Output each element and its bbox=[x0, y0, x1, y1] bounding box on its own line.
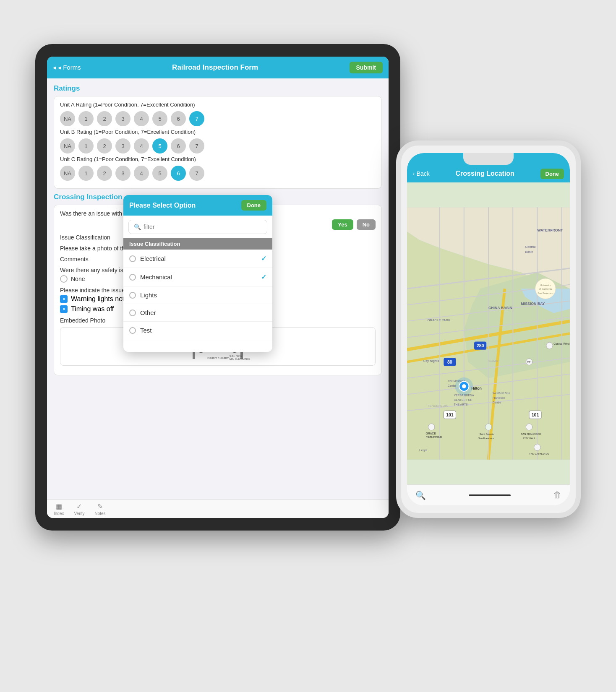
submit-button[interactable]: Submit bbox=[350, 62, 383, 73]
svg-point-60 bbox=[526, 424, 532, 430]
unit-b-rating-na[interactable]: NA bbox=[60, 138, 75, 153]
unit-c-rating-2[interactable]: 2 bbox=[97, 166, 112, 181]
unit-c-rating-na[interactable]: NA bbox=[60, 166, 75, 181]
unit-b-rating-3[interactable]: 3 bbox=[115, 138, 131, 153]
svg-point-68 bbox=[462, 384, 466, 388]
rating-2[interactable]: 2 bbox=[97, 111, 112, 126]
tab-verify-label: Verify bbox=[74, 511, 84, 516]
unit-a-label: Unit A Rating (1=Poor Condition, 7=Excel… bbox=[60, 101, 376, 108]
svg-text:SOMA: SOMA bbox=[488, 359, 499, 363]
tab-verify[interactable]: ✓ Verify bbox=[74, 502, 84, 516]
checkbox-1-icon: ✕ bbox=[60, 305, 68, 313]
svg-text:CHINA BASIN: CHINA BASIN bbox=[488, 306, 512, 310]
dropdown-item-other[interactable]: Other bbox=[123, 304, 272, 322]
page-title: Railroad Inspection Form bbox=[172, 63, 258, 72]
phone-bottom-bar: 🔍 🗑 bbox=[407, 484, 570, 505]
back-chevron-icon: ◂ bbox=[53, 64, 56, 71]
svg-text:SAN FRANCISCO: SAN FRANCISCO bbox=[521, 433, 541, 436]
phone-map[interactable]: 280 80 101 101 WATERFRONT Central Basin … bbox=[407, 182, 570, 484]
tab-index[interactable]: ▦ Index bbox=[54, 502, 64, 516]
none-radio-circle bbox=[60, 275, 68, 283]
index-icon: ▦ bbox=[56, 502, 62, 510]
dropdown-group-label: Issue Classification bbox=[123, 238, 272, 250]
unit-b-label: Unit B Rating (1=Poor Condition, 7=Excel… bbox=[60, 129, 376, 135]
svg-text:MIN CLEARANCE: MIN CLEARANCE bbox=[230, 358, 250, 360]
dropdown-bottom-space bbox=[123, 339, 272, 352]
svg-text:TENDERLOIN: TENDERLOIN bbox=[428, 404, 449, 408]
unit-c-label: Unit C Rating (1=Poor Condition, 7=Excel… bbox=[60, 156, 376, 162]
svg-point-52 bbox=[546, 342, 553, 349]
phone: ‹ Back Crossing Location Done bbox=[396, 140, 581, 518]
unit-c-rating-3[interactable]: 3 bbox=[115, 166, 131, 181]
dropdown-filter-input[interactable] bbox=[144, 224, 262, 230]
dropdown-item-lights[interactable]: Lights bbox=[123, 286, 272, 304]
svg-text:101: 101 bbox=[532, 412, 539, 417]
unit-a-rating-row: NA 1 2 3 4 5 6 7 bbox=[60, 111, 376, 126]
tab-index-label: Index bbox=[54, 511, 64, 516]
svg-text:CENTER FOR: CENTER FOR bbox=[454, 398, 472, 401]
tab-notes[interactable]: ✎ Notes bbox=[94, 502, 105, 516]
phone-done-button[interactable]: Done bbox=[540, 169, 564, 179]
unit-c-rating-1[interactable]: 1 bbox=[78, 166, 94, 181]
radio-lights bbox=[129, 292, 136, 299]
unit-c-rating-4[interactable]: 4 bbox=[134, 166, 149, 181]
verify-icon: ✓ bbox=[76, 502, 82, 510]
mechanical-check-icon: ✓ bbox=[261, 273, 266, 281]
svg-text:5.2m (17ft): 5.2m (17ft) bbox=[230, 355, 242, 357]
dropdown-filter-row: 🔍 bbox=[128, 220, 267, 234]
tablet-bottom-bar: ▦ Index ✓ Verify ✎ Notes bbox=[47, 499, 389, 518]
rating-6[interactable]: 6 bbox=[171, 111, 186, 126]
search-icon: 🔍 bbox=[134, 224, 141, 230]
no-button[interactable]: No bbox=[357, 219, 376, 230]
dropdown-item-test[interactable]: Test bbox=[123, 322, 272, 339]
unit-b-rating-6[interactable]: 6 bbox=[171, 138, 186, 153]
rating-7[interactable]: 7 bbox=[189, 111, 204, 126]
rating-3[interactable]: 3 bbox=[115, 111, 131, 126]
svg-text:Legal: Legal bbox=[419, 448, 427, 452]
delete-location-icon[interactable]: 🗑 bbox=[553, 490, 561, 500]
ratings-section-title: Ratings bbox=[54, 84, 382, 93]
unit-b-rating-1[interactable]: 1 bbox=[78, 138, 94, 153]
unit-c-rating-5[interactable]: 5 bbox=[152, 166, 167, 181]
dropdown-done-button[interactable]: Done bbox=[241, 200, 267, 211]
yes-button[interactable]: Yes bbox=[332, 219, 353, 230]
svg-point-54 bbox=[428, 424, 435, 430]
phone-back-chevron-icon: ‹ bbox=[413, 170, 415, 177]
phone-home-indicator bbox=[469, 494, 511, 496]
issue-1-label: Timing was off bbox=[71, 305, 114, 313]
tab-notes-label: Notes bbox=[94, 511, 105, 516]
dropdown-header: Please Select Option Done bbox=[123, 195, 272, 216]
rating-1[interactable]: 1 bbox=[78, 111, 94, 126]
rating-4[interactable]: 4 bbox=[134, 111, 149, 126]
unit-c-rating-6[interactable]: 6 bbox=[171, 166, 186, 181]
phone-notch bbox=[463, 153, 514, 165]
unit-b-rating-5[interactable]: 5 bbox=[152, 138, 167, 153]
unit-c-rating-7[interactable]: 7 bbox=[189, 166, 204, 181]
dropdown-item-mechanical[interactable]: Mechanical ✓ bbox=[123, 268, 272, 286]
svg-text:University: University bbox=[540, 284, 551, 286]
forms-back-button[interactable]: ◂ ◂ Forms bbox=[53, 64, 81, 71]
dropdown-title: Please Select Option bbox=[129, 202, 196, 209]
rating-5[interactable]: 5 bbox=[152, 111, 167, 126]
unit-b-rating-2[interactable]: 2 bbox=[97, 138, 112, 153]
svg-text:Westfield San: Westfield San bbox=[493, 392, 510, 395]
dropdown-modal: Please Select Option Done 🔍 Issue Classi… bbox=[123, 195, 272, 352]
dropdown-electrical-label: Electrical bbox=[140, 255, 166, 262]
radio-electrical bbox=[129, 255, 136, 262]
svg-text:REI: REI bbox=[527, 361, 531, 364]
svg-text:San Francisco: San Francisco bbox=[538, 292, 553, 294]
phone-screen: ‹ Back Crossing Location Done bbox=[407, 153, 570, 505]
tablet-header: ◂ ◂ Forms Railroad Inspection Form Submi… bbox=[47, 57, 389, 78]
phone-back-button[interactable]: ‹ Back bbox=[413, 170, 430, 177]
rating-na[interactable]: NA bbox=[60, 111, 75, 126]
unit-b-rating-4[interactable]: 4 bbox=[134, 138, 149, 153]
radio-mechanical bbox=[129, 274, 136, 281]
svg-text:City Nights: City Nights bbox=[423, 359, 439, 363]
svg-point-57 bbox=[485, 424, 492, 430]
radio-other bbox=[129, 310, 136, 316]
radio-test bbox=[129, 327, 136, 334]
map-search-icon[interactable]: 🔍 bbox=[415, 490, 426, 500]
unit-b-rating-7[interactable]: 7 bbox=[189, 138, 204, 153]
dropdown-lights-label: Lights bbox=[140, 291, 157, 299]
dropdown-item-electrical[interactable]: Electrical ✓ bbox=[123, 250, 272, 268]
